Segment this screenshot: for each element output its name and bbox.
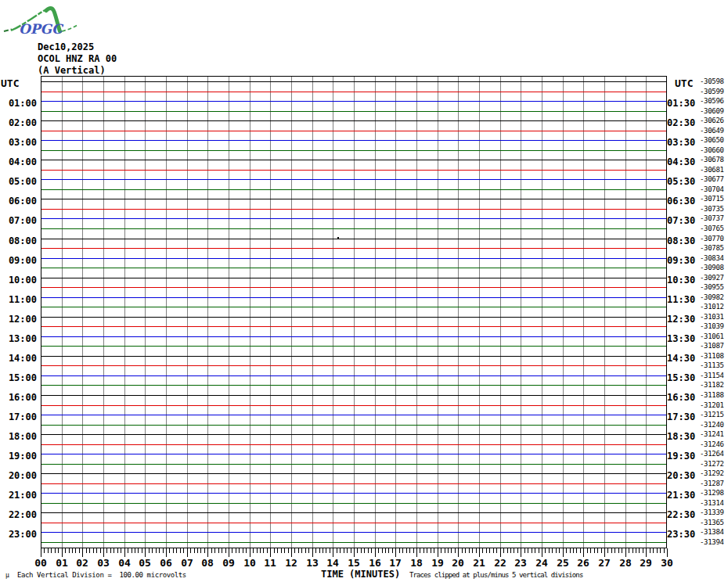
minute-major-tick bbox=[207, 548, 208, 557]
minute-tick-label: 07 bbox=[178, 558, 196, 568]
second-minor-tick bbox=[423, 548, 424, 553]
second-minor-tick bbox=[110, 548, 111, 553]
trace-row bbox=[41, 532, 666, 533]
bias-value: -30704 bbox=[700, 186, 724, 193]
second-minor-tick bbox=[214, 548, 215, 553]
right-time-label: 19:30 bbox=[667, 451, 695, 462]
trace-row bbox=[41, 268, 666, 268]
trace-row bbox=[41, 209, 666, 210]
second-minor-tick bbox=[200, 548, 201, 553]
trace-row bbox=[41, 160, 666, 160]
grid-minute-line bbox=[604, 77, 605, 548]
right-time-label: 23:30 bbox=[667, 530, 695, 540]
trace-row bbox=[41, 395, 666, 396]
second-minor-tick bbox=[86, 548, 87, 553]
grid-minute-line bbox=[62, 77, 63, 548]
minute-major-tick bbox=[41, 548, 41, 557]
left-time-label: 02:00 bbox=[0, 118, 37, 128]
second-minor-tick bbox=[55, 548, 56, 553]
left-time-label: 16:00 bbox=[0, 393, 37, 403]
bias-value: -31188 bbox=[700, 392, 724, 399]
bias-value: -31182 bbox=[700, 382, 724, 389]
second-minor-tick bbox=[301, 548, 302, 553]
second-minor-tick bbox=[89, 548, 90, 553]
right-time-label: 09:30 bbox=[667, 256, 695, 266]
second-minor-tick bbox=[573, 548, 574, 553]
second-minor-tick bbox=[597, 548, 598, 553]
second-minor-tick bbox=[462, 548, 463, 553]
minute-major-tick bbox=[62, 548, 63, 557]
trace-row bbox=[41, 317, 666, 318]
right-time-label: 14:30 bbox=[667, 354, 695, 364]
grid-minute-line bbox=[458, 77, 459, 548]
second-minor-tick bbox=[368, 548, 369, 553]
minute-major-tick bbox=[563, 548, 564, 557]
second-minor-tick bbox=[156, 548, 157, 553]
second-minor-tick bbox=[660, 548, 661, 553]
bias-value: -30715 bbox=[700, 196, 724, 203]
second-minor-tick bbox=[622, 548, 622, 553]
trace-row bbox=[41, 258, 666, 259]
second-minor-tick bbox=[639, 548, 640, 553]
grid-minute-line bbox=[124, 77, 125, 548]
second-minor-tick bbox=[486, 548, 487, 553]
second-minor-tick bbox=[385, 548, 386, 553]
minute-tick-label: 19 bbox=[429, 558, 446, 568]
bias-value: -31135 bbox=[700, 362, 724, 369]
second-minor-tick bbox=[135, 548, 135, 553]
bias-value: -31394 bbox=[700, 539, 724, 546]
second-minor-tick bbox=[476, 548, 477, 553]
minute-major-tick bbox=[604, 548, 605, 557]
minute-major-tick bbox=[250, 548, 250, 557]
minute-major-tick bbox=[542, 548, 542, 557]
second-minor-tick bbox=[556, 548, 557, 553]
left-time-label: 09:00 bbox=[0, 256, 37, 266]
second-minor-tick bbox=[576, 548, 577, 553]
minute-tick-label: 12 bbox=[283, 558, 300, 568]
trace-row bbox=[41, 81, 666, 82]
helicorder-page: OPGC Dec10,2025 OCOL HNZ RA 00 (A Vertic… bbox=[0, 0, 728, 582]
minute-tick-label: 09 bbox=[220, 558, 237, 568]
minute-major-tick bbox=[333, 548, 333, 557]
bias-value: -31272 bbox=[700, 461, 724, 468]
left-time-label: 13:00 bbox=[0, 334, 37, 344]
second-minor-tick bbox=[535, 548, 535, 553]
second-minor-tick bbox=[413, 548, 414, 553]
utc-label-left: UTC bbox=[1, 78, 19, 88]
second-minor-tick bbox=[128, 548, 128, 553]
second-minor-tick bbox=[392, 548, 393, 553]
left-time-label: 20:00 bbox=[0, 471, 37, 481]
second-minor-tick bbox=[239, 548, 240, 553]
minute-major-tick bbox=[395, 548, 396, 557]
bias-value: -30596 bbox=[700, 98, 724, 105]
second-minor-tick bbox=[378, 548, 379, 553]
bias-value: -31292 bbox=[700, 470, 724, 477]
second-minor-tick bbox=[441, 548, 441, 553]
second-minor-tick bbox=[176, 548, 177, 553]
second-minor-tick bbox=[469, 548, 470, 553]
left-time-label: 08:00 bbox=[0, 236, 37, 246]
second-minor-tick bbox=[607, 548, 608, 553]
grid-minute-line bbox=[375, 77, 376, 548]
trace-row bbox=[41, 483, 666, 484]
minute-tick-label: 21 bbox=[470, 558, 488, 568]
trace-row bbox=[41, 131, 666, 131]
minute-tick-label: 17 bbox=[387, 558, 404, 568]
bias-value: -30955 bbox=[700, 284, 724, 291]
minute-tick-label: 03 bbox=[95, 558, 112, 568]
bias-value: -31201 bbox=[700, 402, 724, 409]
left-time-label: 23:00 bbox=[0, 530, 37, 540]
second-minor-tick bbox=[388, 548, 389, 553]
minute-tick-label: 10 bbox=[241, 558, 258, 568]
second-minor-tick bbox=[294, 548, 295, 553]
second-minor-tick bbox=[580, 548, 581, 553]
right-time-label: 04:30 bbox=[667, 157, 695, 167]
second-minor-tick bbox=[79, 548, 80, 553]
clip-note: Traces clipped at plus/minus 5 vertical … bbox=[409, 571, 582, 579]
logo-mountain-left-dash-icon bbox=[4, 30, 12, 32]
second-minor-tick bbox=[344, 548, 344, 553]
second-minor-tick bbox=[455, 548, 456, 553]
second-minor-tick bbox=[636, 548, 636, 553]
bias-value: -30735 bbox=[700, 206, 724, 213]
grid-minute-line bbox=[479, 77, 480, 548]
